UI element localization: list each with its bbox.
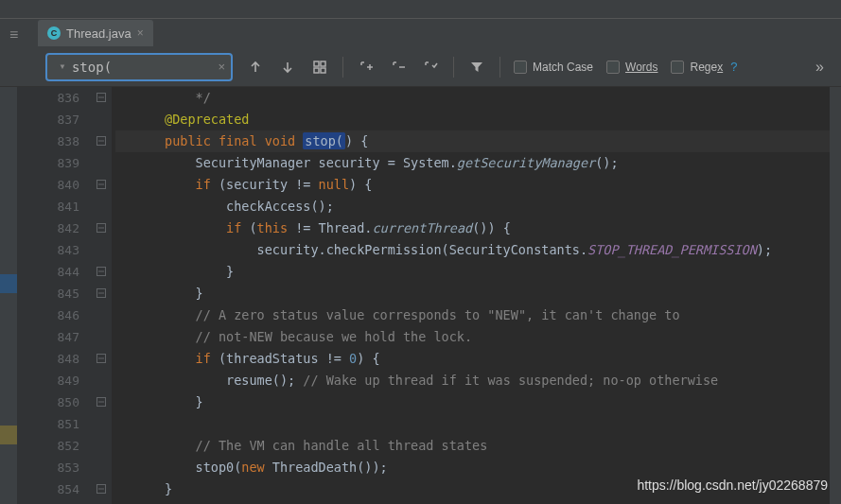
separator <box>499 57 500 78</box>
fold-column <box>95 87 112 504</box>
search-input[interactable] <box>72 60 206 75</box>
select-all-occurrences-icon[interactable] <box>421 58 440 77</box>
bookmark[interactable] <box>0 274 17 293</box>
tab-bar: ≡ C Thread.java × <box>0 19 841 47</box>
code-area[interactable]: */@Deprecatedpublic final void stop() { … <box>112 87 841 504</box>
editor: 8368378388398408418428438448458468478488… <box>0 87 841 504</box>
tab-title: Thread.java <box>66 26 131 41</box>
svg-rect-4 <box>321 68 325 73</box>
remove-selection-icon[interactable] <box>389 58 408 77</box>
separator <box>453 57 454 78</box>
more-icon[interactable]: » <box>815 59 826 76</box>
prev-match-icon[interactable] <box>246 58 265 77</box>
matchcase-checkbox[interactable]: Match Case <box>514 61 593 74</box>
tab-thread-java[interactable]: C Thread.java × <box>38 20 153 46</box>
svg-rect-2 <box>321 61 325 66</box>
scrollbar[interactable] <box>830 87 841 504</box>
left-margin <box>0 87 17 504</box>
class-icon: C <box>47 26 61 40</box>
titlebar <box>0 0 841 19</box>
highlight-mark[interactable] <box>0 426 17 444</box>
close-icon[interactable]: × <box>137 26 144 40</box>
line-gutter: 8368378388398408418428438448458468478488… <box>17 87 95 504</box>
svg-rect-3 <box>314 68 319 73</box>
select-all-icon[interactable] <box>310 58 329 77</box>
find-bar: ▼ × Match Case Words Regex? » <box>0 47 841 87</box>
separator <box>342 57 343 78</box>
menu-icon[interactable]: ≡ <box>9 26 18 43</box>
next-match-icon[interactable] <box>278 58 297 77</box>
regex-help[interactable]: ? <box>730 60 737 74</box>
svg-rect-1 <box>314 61 319 66</box>
dropdown-icon[interactable]: ▼ <box>59 62 66 71</box>
clear-icon[interactable]: × <box>218 60 225 74</box>
add-selection-icon[interactable] <box>357 58 376 77</box>
watermark: https://blog.csdn.net/jy02268879 <box>637 478 828 493</box>
words-checkbox[interactable]: Words <box>606 61 657 74</box>
regex-checkbox[interactable]: Regex? <box>671 60 737 74</box>
filter-icon[interactable] <box>467 58 486 77</box>
search-input-container: ▼ × <box>45 53 233 81</box>
